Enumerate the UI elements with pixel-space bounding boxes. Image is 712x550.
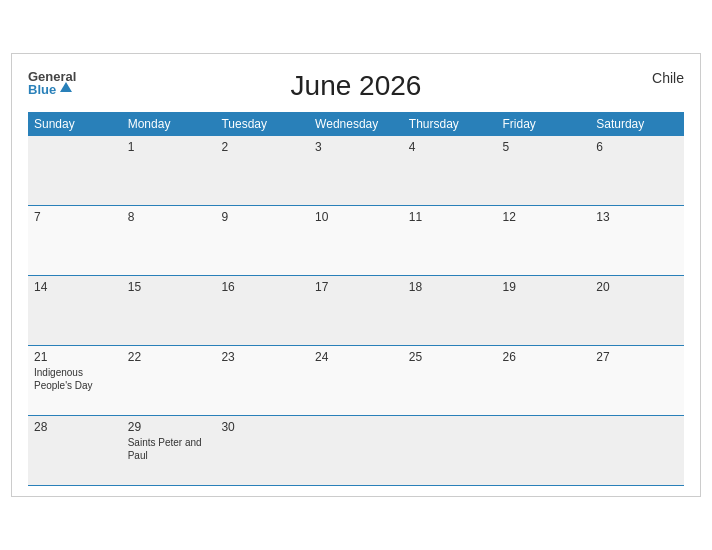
week-row-3: 21Indigenous People's Day222324252627 [28,346,684,416]
day-number: 10 [315,210,397,224]
header-wednesday: Wednesday [309,112,403,136]
day-cell: 17 [309,276,403,346]
logo-triangle-icon [60,82,72,92]
day-cell: 28 [28,416,122,486]
header-tuesday: Tuesday [215,112,309,136]
calendar-header: General Blue June 2026 Chile [28,70,684,102]
day-number: 3 [315,140,397,154]
day-number: 29 [128,420,210,434]
holiday-label: Indigenous People's Day [34,366,116,392]
day-cell [309,416,403,486]
day-cell: 4 [403,136,497,206]
logo: General Blue [28,70,76,96]
day-cell: 19 [497,276,591,346]
day-number: 20 [596,280,678,294]
day-number: 6 [596,140,678,154]
day-number: 23 [221,350,303,364]
header-monday: Monday [122,112,216,136]
day-number: 13 [596,210,678,224]
day-number: 9 [221,210,303,224]
day-number: 19 [503,280,585,294]
day-cell: 5 [497,136,591,206]
week-row-4: 2829Saints Peter and Paul30 [28,416,684,486]
day-cell: 10 [309,206,403,276]
day-cell: 25 [403,346,497,416]
day-number: 30 [221,420,303,434]
day-cell: 13 [590,206,684,276]
country-label: Chile [652,70,684,86]
day-number: 8 [128,210,210,224]
day-number: 4 [409,140,491,154]
day-cell: 30 [215,416,309,486]
day-number: 27 [596,350,678,364]
day-cell: 21Indigenous People's Day [28,346,122,416]
day-cell: 11 [403,206,497,276]
header-thursday: Thursday [403,112,497,136]
day-cell: 2 [215,136,309,206]
day-cell [497,416,591,486]
day-number: 18 [409,280,491,294]
day-number: 7 [34,210,116,224]
day-number: 14 [34,280,116,294]
day-cell: 14 [28,276,122,346]
header-sunday: Sunday [28,112,122,136]
day-cell: 24 [309,346,403,416]
day-number: 28 [34,420,116,434]
logo-general: General [28,70,76,83]
day-cell: 8 [122,206,216,276]
day-cell [28,136,122,206]
day-number: 21 [34,350,116,364]
day-cell: 15 [122,276,216,346]
day-cell: 6 [590,136,684,206]
day-number: 5 [503,140,585,154]
day-number: 12 [503,210,585,224]
week-row-1: 78910111213 [28,206,684,276]
day-cell: 27 [590,346,684,416]
weekday-header-row: Sunday Monday Tuesday Wednesday Thursday… [28,112,684,136]
day-cell: 16 [215,276,309,346]
week-row-0: 123456 [28,136,684,206]
day-cell [403,416,497,486]
calendar-table: Sunday Monday Tuesday Wednesday Thursday… [28,112,684,487]
day-number: 26 [503,350,585,364]
day-cell: 29Saints Peter and Paul [122,416,216,486]
day-number: 22 [128,350,210,364]
day-number: 17 [315,280,397,294]
holiday-label: Saints Peter and Paul [128,436,210,462]
calendar-container: General Blue June 2026 Chile Sunday Mond… [11,53,701,498]
day-cell: 23 [215,346,309,416]
day-number: 2 [221,140,303,154]
header-friday: Friday [497,112,591,136]
day-cell [590,416,684,486]
day-number: 16 [221,280,303,294]
day-number: 15 [128,280,210,294]
day-cell: 18 [403,276,497,346]
header-saturday: Saturday [590,112,684,136]
week-row-2: 14151617181920 [28,276,684,346]
day-cell: 9 [215,206,309,276]
day-number: 11 [409,210,491,224]
logo-blue: Blue [28,83,56,96]
day-cell: 26 [497,346,591,416]
day-cell: 7 [28,206,122,276]
day-number: 24 [315,350,397,364]
day-cell: 12 [497,206,591,276]
day-number: 1 [128,140,210,154]
day-number: 25 [409,350,491,364]
day-cell: 22 [122,346,216,416]
day-cell: 1 [122,136,216,206]
calendar-title: June 2026 [291,70,422,102]
day-cell: 3 [309,136,403,206]
day-cell: 20 [590,276,684,346]
